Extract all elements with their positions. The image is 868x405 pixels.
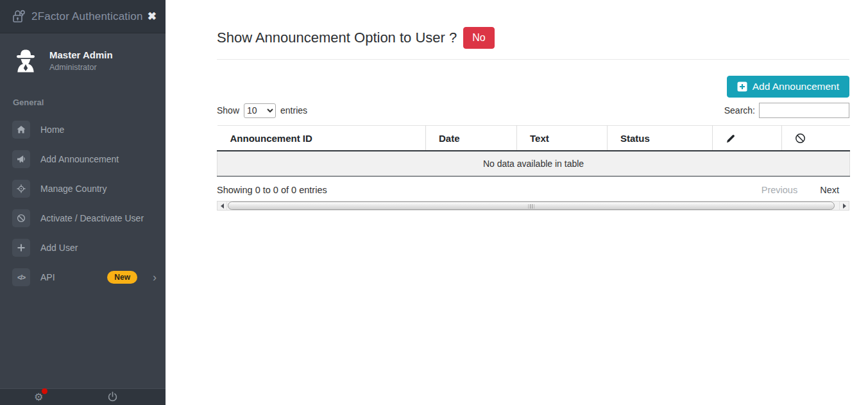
search-control: Search: xyxy=(724,103,849,118)
sidebar-item-label: Activate / Deactivate User xyxy=(40,213,157,223)
scroll-left-arrow-icon xyxy=(221,203,224,209)
sidebar-item-label: Add User xyxy=(40,243,157,253)
pagination: Previous Next xyxy=(762,185,849,195)
scroll-right-arrow-icon xyxy=(843,203,846,209)
sidebar-item-home[interactable]: Home xyxy=(0,115,166,144)
length-control: Show 10 entries xyxy=(217,103,307,118)
ban-icon xyxy=(12,209,30,227)
scrollbar-thumb[interactable] xyxy=(228,202,835,210)
table-header-row: Announcement ID Date Text Status xyxy=(217,126,850,151)
previous-page-button[interactable]: Previous xyxy=(762,185,797,195)
bullhorn-icon xyxy=(12,150,30,168)
code-icon: </> xyxy=(12,268,30,286)
table-controls: Show 10 entries Search: xyxy=(217,103,849,118)
announcements-table: Announcement ID Date Text Status xyxy=(217,125,850,177)
empty-table-row: No data available in table xyxy=(217,151,850,177)
home-icon xyxy=(12,121,30,139)
settings-button[interactable]: ⚙ xyxy=(34,392,43,403)
table-footer: Showing 0 to 0 of 0 entries Previous Nex… xyxy=(217,185,849,195)
add-announcement-button[interactable]: Add Announcement xyxy=(727,76,849,98)
scroll-left-button[interactable] xyxy=(217,202,227,210)
sidebar-item-label: Home xyxy=(40,125,157,135)
add-announcement-label: Add Announcement xyxy=(753,81,839,92)
length-suffix-label: entries xyxy=(280,105,307,116)
chevron-right-icon: › xyxy=(153,271,157,283)
notification-dot xyxy=(42,388,47,394)
sidebar-item-label: Add Announcement xyxy=(40,154,157,164)
crosshairs-icon xyxy=(12,180,30,198)
user-name: Master Admin xyxy=(49,49,113,60)
scrollbar-grip-icon xyxy=(529,204,534,209)
toolbar: Add Announcement xyxy=(217,76,849,98)
search-label: Search: xyxy=(724,105,755,116)
sidebar-nav: Home Add Announcement Manage Country xyxy=(0,115,166,292)
entries-per-page-select[interactable]: 10 xyxy=(244,103,276,118)
nav-section-label: General xyxy=(13,98,153,107)
sidebar-item-add-announcement[interactable]: Add Announcement xyxy=(0,144,166,174)
main-content: Show Announcement Option to User ? No Ad… xyxy=(166,0,868,405)
plus-icon xyxy=(12,239,30,257)
sidebar-item-label: API xyxy=(40,272,97,282)
scroll-right-button[interactable] xyxy=(839,202,849,210)
next-page-button[interactable]: Next xyxy=(820,185,839,195)
page-title: Show Announcement Option to User ? xyxy=(217,30,457,46)
user-role: Administrator xyxy=(49,63,113,72)
user-panel: Master Admin Administrator xyxy=(0,33,166,89)
heading-divider xyxy=(217,59,849,60)
column-header-date[interactable]: Date xyxy=(426,126,517,151)
user-secret-avatar-icon xyxy=(12,47,40,74)
column-header-disable[interactable] xyxy=(782,126,850,151)
sidebar-item-api[interactable]: </> API New › xyxy=(0,263,166,292)
plus-square-icon xyxy=(737,82,747,92)
empty-table-message: No data available in table xyxy=(217,151,850,177)
close-icon[interactable]: ✖ xyxy=(148,11,157,22)
column-header-announcement-id[interactable]: Announcement ID xyxy=(217,126,426,151)
power-icon xyxy=(107,392,118,402)
sidebar-item-manage-country[interactable]: Manage Country xyxy=(0,174,166,203)
column-header-text[interactable]: Text xyxy=(517,126,608,151)
sidebar: 2Factor Authentication ✖ Master Admin Ad… xyxy=(0,0,166,405)
logout-button[interactable] xyxy=(107,392,118,402)
lock-key-logo-icon xyxy=(12,9,27,24)
brand-title: 2Factor Authentication xyxy=(31,10,143,23)
heading-row: Show Announcement Option to User ? No xyxy=(217,27,849,49)
horizontal-scrollbar[interactable] xyxy=(217,201,849,211)
ban-icon xyxy=(795,133,806,144)
table-info-text: Showing 0 to 0 of 0 entries xyxy=(217,185,327,195)
user-info: Master Admin Administrator xyxy=(49,49,113,72)
sidebar-footer: ⚙ xyxy=(0,388,166,405)
sidebar-item-add-user[interactable]: Add User xyxy=(0,233,166,263)
search-input[interactable] xyxy=(759,103,849,118)
sidebar-item-label: Manage Country xyxy=(40,184,157,194)
column-header-status[interactable]: Status xyxy=(608,126,713,151)
length-prefix-label: Show xyxy=(217,105,239,116)
announcement-option-toggle-button[interactable]: No xyxy=(463,27,494,49)
pencil-icon xyxy=(726,134,736,144)
sidebar-item-activate-deactivate-user[interactable]: Activate / Deactivate User xyxy=(0,203,166,233)
sidebar-header: 2Factor Authentication ✖ xyxy=(0,0,166,33)
column-header-edit[interactable] xyxy=(713,126,782,151)
new-badge: New xyxy=(107,271,137,284)
